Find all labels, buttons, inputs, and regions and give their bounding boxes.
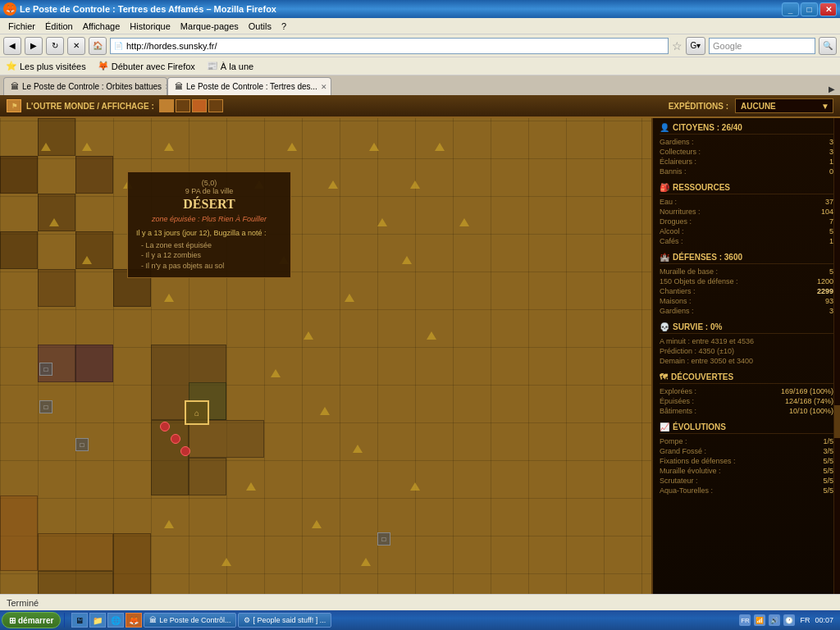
tray-icon-network[interactable]: 📶 bbox=[754, 614, 765, 626]
right-panel: 👤 CITOYENS : 26/40 Gardiens : 3 Collecte… bbox=[651, 118, 840, 630]
forward-button[interactable]: ▶ bbox=[25, 37, 43, 55]
tooltip-zone-label: zone épuisée : Plus Rien À Fouiller bbox=[136, 215, 282, 223]
status-bar: Terminé bbox=[0, 594, 840, 610]
tooltip-note-header: Il y a 13 jours (jour 12), Bugzilla a no… bbox=[136, 228, 282, 239]
address-field[interactable]: 📄 http://hordes.sunsky.fr/ bbox=[110, 38, 669, 54]
game-container: ⚑ L'OUTRE MONDE / AFFICHAGE : EXPÉDITION… bbox=[0, 95, 840, 630]
menu-historique[interactable]: Historique bbox=[125, 20, 176, 33]
scrollbar-thumb[interactable] bbox=[834, 405, 840, 438]
view-icon-3[interactable] bbox=[192, 99, 207, 112]
tabs-scroll-arrow[interactable]: ▶ bbox=[827, 83, 837, 95]
evolution-row-fixations: Fixations de défenses : 5/5 bbox=[660, 456, 833, 466]
bookmark-news[interactable]: 📰 À la une bbox=[204, 60, 256, 72]
evolution-row-pompe: Pompe : 1/5 bbox=[660, 436, 833, 446]
defenses-section: 🏰 DÉFENSES : 3600 Muraille de base : 5 1… bbox=[660, 253, 833, 316]
menu-edition[interactable]: Édition bbox=[40, 20, 78, 33]
discoveries-title: 🗺 DÉCOUVERTES bbox=[660, 372, 833, 384]
tray-icon-1[interactable]: FR bbox=[739, 614, 751, 626]
taskbar-time: 00:07 bbox=[815, 616, 833, 624]
evolution-row-scrutateur: Scrutateur : 5/5 bbox=[660, 476, 833, 486]
outreMonde-icon: ⚑ bbox=[7, 99, 21, 112]
menu-help[interactable]: ? bbox=[276, 20, 291, 33]
expeditions-dropdown[interactable]: AUCUNE ▼ bbox=[735, 98, 833, 113]
maximize-button[interactable]: □ bbox=[801, 2, 818, 16]
bookmark-news-icon: 📰 bbox=[207, 61, 218, 71]
scrollbar[interactable] bbox=[833, 118, 840, 630]
resource-row-nourritures: Nourritures : 104 bbox=[660, 207, 833, 217]
view-icon-1[interactable] bbox=[159, 99, 174, 112]
bookmark-star[interactable]: ☆ bbox=[672, 39, 682, 52]
home-button[interactable]: 🏠 bbox=[89, 37, 107, 55]
taskbar-items: 🖥 📁 🌐 🦊 🏛 Le Poste de Contrôl... ⚙ [ Peo… bbox=[68, 613, 733, 628]
evolutions-section: 📈 ÉVOLUTIONS Pompe : 1/5 Grand Fossé : 3… bbox=[660, 422, 833, 495]
search-button[interactable]: 🔍 bbox=[819, 37, 837, 55]
tab-tertres[interactable]: 🏛 Le Poste de Controle : Tertres des... … bbox=[167, 77, 331, 95]
close-button[interactable]: ✕ bbox=[819, 2, 837, 16]
map-area[interactable]: ⌂ □ □ □ □ □ (5,0) 9 PA de la ville DÉSER… bbox=[0, 118, 651, 630]
menu-bar: Fichier Édition Affichage Historique Mar… bbox=[0, 18, 840, 34]
bookmark-firefox[interactable]: 🦊 Débuter avec Firefox bbox=[95, 60, 198, 72]
taskbar[interactable]: ⊞ démarrer 🖥 📁 🌐 🦊 🏛 Le Poste de Contrôl… bbox=[0, 610, 840, 630]
game-topbar: ⚑ L'OUTRE MONDE / AFFICHAGE : EXPÉDITION… bbox=[0, 95, 840, 118]
tab-orbites-icon: 🏛 bbox=[11, 82, 19, 91]
refresh-button[interactable]: ↻ bbox=[46, 37, 64, 55]
defense-row-maisons: Maisons : 93 bbox=[660, 296, 833, 306]
tooltip-note: Il y a 13 jours (jour 12), Bugzilla a no… bbox=[136, 228, 282, 271]
menu-fichier[interactable]: Fichier bbox=[3, 20, 40, 33]
defense-row-muraille: Muraille de base : 5 bbox=[660, 267, 833, 276]
quicklaunch-icon-3[interactable]: 🌐 bbox=[107, 613, 124, 628]
bookmark-visited-label: Les plus visitées bbox=[20, 62, 86, 71]
quicklaunch-icon-2[interactable]: 📁 bbox=[89, 613, 106, 628]
tab-orbites[interactable]: 🏛 Le Poste de Controle : Orbites battues… bbox=[3, 77, 167, 95]
start-button[interactable]: ⊞ démarrer bbox=[2, 612, 61, 628]
resource-row-cafes: Cafés : 1 bbox=[660, 236, 833, 246]
discoveries-icon: 🗺 bbox=[660, 372, 668, 381]
tray-icon-clock[interactable]: 🕐 bbox=[783, 614, 795, 626]
defense-row-gardiens: Gardiens : 3 bbox=[660, 306, 833, 316]
taskbar-app-1[interactable]: 🏛 Le Poste de Contrôl... bbox=[144, 613, 236, 628]
view-icons[interactable] bbox=[159, 99, 223, 112]
menu-marque-pages[interactable]: Marque-pages bbox=[176, 20, 244, 33]
quicklaunch-icon-1[interactable]: 🖥 bbox=[71, 613, 88, 628]
survival-icon: 💀 bbox=[660, 322, 669, 331]
tab-orbites-label: Le Poste de Controle : Orbites battues bbox=[22, 82, 162, 91]
tooltip-note-3: - Il n'y a pas objets au sol bbox=[136, 261, 282, 272]
search-placeholder: Google bbox=[713, 41, 742, 51]
tab-tertres-icon: 🏛 bbox=[175, 82, 183, 91]
tooltip-pa: 9 PA de la ville bbox=[136, 187, 282, 195]
bookmark-news-label: À la une bbox=[221, 62, 253, 71]
minimize-button[interactable]: _ bbox=[782, 2, 799, 16]
tray-icon-volume[interactable]: 🔊 bbox=[769, 614, 780, 626]
taskbar-app-2[interactable]: ⚙ [ People said stuff! ] ... bbox=[238, 613, 331, 628]
evolutions-title: 📈 ÉVOLUTIONS bbox=[660, 422, 833, 434]
taskbar-right: FR 📶 🔊 🕐 FR 00:07 bbox=[734, 614, 838, 626]
menu-outils[interactable]: Outils bbox=[244, 20, 276, 33]
defenses-title: 🏰 DÉFENSES : 3600 bbox=[660, 253, 833, 264]
firefox-icon: 🦊 bbox=[3, 2, 16, 16]
back-button[interactable]: ◀ bbox=[3, 37, 21, 55]
survival-row-minuit: A minuit : entre 4319 et 4536 bbox=[660, 336, 833, 346]
window-controls[interactable]: _ □ ✕ bbox=[782, 2, 837, 16]
map-tooltip: (5,0) 9 PA de la ville DÉSERT zone épuis… bbox=[127, 171, 291, 278]
search-field[interactable]: Google bbox=[709, 38, 815, 54]
tooltip-note-1: - La zone est épuisée bbox=[136, 240, 282, 251]
window-title: Le Poste de Controle : Tertres des Affam… bbox=[20, 4, 276, 14]
stop-button[interactable]: ✕ bbox=[67, 37, 85, 55]
bookmarks-bar: ⭐ Les plus visitées 🦊 Débuter avec Firef… bbox=[0, 57, 840, 75]
discovery-row-epuisees: Épuisées : 124/168 (74%) bbox=[660, 396, 833, 406]
quicklaunch-firefox[interactable]: 🦊 bbox=[126, 613, 142, 628]
bookmark-visited[interactable]: ⭐ Les plus visitées bbox=[3, 60, 89, 72]
breadcrumb-text: L'OUTRE MONDE / AFFICHAGE : bbox=[26, 102, 154, 111]
tab-tertres-close[interactable]: ✕ bbox=[321, 83, 327, 91]
survival-section: 💀 SURVIE : 0% A minuit : entre 4319 et 4… bbox=[660, 322, 833, 366]
search-engine-icon[interactable]: G▾ bbox=[686, 37, 705, 55]
citizens-row-eclaireurs: Éclaireurs : 1 bbox=[660, 157, 833, 167]
tooltip-note-2: - Il y a 12 zombies bbox=[136, 250, 282, 261]
survival-row-prediction: Prédiction : 4350 (±10) bbox=[660, 346, 833, 356]
evolution-row-fosse: Grand Fossé : 3/5 bbox=[660, 446, 833, 456]
dropdown-arrow-icon: ▼ bbox=[821, 102, 829, 111]
defense-row-chantiers: Chantiers : 2299 bbox=[660, 286, 833, 296]
view-icon-2[interactable] bbox=[176, 99, 190, 112]
view-icon-4[interactable] bbox=[208, 99, 223, 112]
menu-affichage[interactable]: Affichage bbox=[78, 20, 126, 33]
